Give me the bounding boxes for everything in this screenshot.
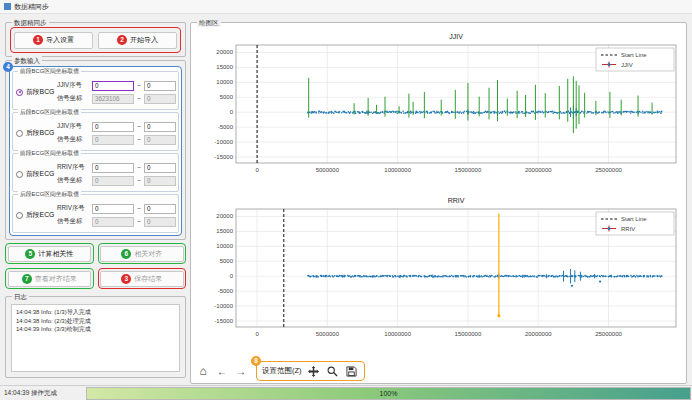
svg-text:RRIV: RRIV bbox=[448, 197, 465, 204]
home-icon[interactable]: ⌂ bbox=[196, 364, 210, 378]
range-start-input[interactable] bbox=[92, 94, 134, 104]
svg-text:Start Line: Start Line bbox=[621, 216, 647, 222]
action-buttons: 5 计算相关性 6 相关对齐 7 查看对齐结果 3 保存结果 bbox=[5, 243, 186, 289]
save-result-button[interactable]: 3 保存结果 bbox=[100, 271, 184, 287]
radio-label: 后段ECG bbox=[26, 210, 54, 220]
action-badge: 6 bbox=[121, 249, 131, 259]
annotation-frame-params: 4 前段BCG区间坐标取值 前段BCG JJIV序号 ~ 信号坐标 ~ 后段BC… bbox=[9, 66, 182, 236]
rriv-chart[interactable]: 0500000010000000150000002000000025000000… bbox=[196, 193, 682, 353]
segment-radio[interactable]: 后段ECG bbox=[16, 210, 57, 220]
svg-text:10000000: 10000000 bbox=[384, 167, 411, 173]
annotation-frame-action: 6 相关对齐 bbox=[98, 243, 187, 264]
plot-panel-label: 绘图区 bbox=[197, 18, 221, 27]
action-badge: 7 bbox=[22, 274, 32, 284]
range-start-input[interactable] bbox=[92, 122, 134, 132]
range-end-input[interactable] bbox=[144, 81, 176, 91]
svg-text:15000000: 15000000 bbox=[455, 331, 482, 337]
log-output[interactable]: 14:04:38 Info: (1/3)导入完成14:04:38 Info: (… bbox=[11, 304, 180, 372]
log-group: 日志 14:04:38 Info: (1/3)导入完成14:04:38 Info… bbox=[5, 296, 186, 378]
svg-text:10000: 10000 bbox=[216, 79, 233, 85]
param-row-label: 信号坐标 bbox=[57, 217, 90, 226]
range-start-input[interactable] bbox=[92, 217, 134, 227]
log-line: 14:04:38 Info: (2/3)处理完成 bbox=[16, 317, 175, 326]
param-row-label: 信号坐标 bbox=[57, 94, 90, 103]
calc-correlation-button[interactable]: 5 计算相关性 bbox=[8, 246, 92, 262]
svg-text:20000: 20000 bbox=[216, 49, 233, 55]
param-section-label: 后段BCG区间坐标取值 bbox=[18, 109, 81, 116]
log-line: 14:04:38 Info: (1/3)导入完成 bbox=[16, 308, 175, 317]
pan-icon[interactable] bbox=[307, 364, 321, 378]
import-settings-button[interactable]: 1 导入设置 bbox=[14, 32, 93, 49]
param-row-label: RRIV序号 bbox=[57, 163, 90, 172]
svg-text:RRIV: RRIV bbox=[621, 226, 635, 232]
param-row: RRIV序号 ~ bbox=[57, 204, 176, 214]
segment-radio[interactable]: 前段BCG bbox=[16, 87, 57, 97]
status-text: 14:04:39 操作完成 bbox=[0, 389, 86, 398]
svg-text:-5000: -5000 bbox=[218, 124, 234, 130]
forward-icon[interactable]: → bbox=[234, 364, 248, 378]
progress-bar: 100% bbox=[86, 387, 691, 400]
badge-8: 8 bbox=[251, 356, 261, 366]
range-end-input[interactable] bbox=[144, 163, 176, 173]
data-sync-group: 数据精同步 1 导入设置 2 开始导入 bbox=[5, 22, 186, 57]
param-row-label: JJIV序号 bbox=[57, 81, 90, 90]
range-end-input[interactable] bbox=[144, 217, 176, 227]
correlation-align-button[interactable]: 6 相关对齐 bbox=[100, 246, 184, 262]
window-titlebar: 数据精同步 bbox=[0, 0, 692, 14]
range-end-input[interactable] bbox=[144, 176, 176, 186]
range-separator: ~ bbox=[136, 123, 142, 130]
set-range-button[interactable]: 设置范围(Z) bbox=[262, 366, 302, 376]
annotation-frame-action: 7 查看对齐结果 bbox=[5, 268, 94, 289]
view-align-result-button[interactable]: 7 查看对齐结果 bbox=[8, 271, 92, 287]
app-icon bbox=[4, 3, 11, 10]
svg-text:15000: 15000 bbox=[216, 228, 233, 234]
svg-text:20000000: 20000000 bbox=[525, 167, 552, 173]
param-row: JJIV序号 ~ bbox=[57, 81, 176, 91]
back-icon[interactable]: ← bbox=[215, 364, 229, 378]
svg-text:-10000: -10000 bbox=[214, 139, 233, 145]
range-end-input[interactable] bbox=[144, 204, 176, 214]
svg-text:0: 0 bbox=[255, 331, 259, 337]
range-start-input[interactable] bbox=[92, 81, 134, 91]
data-sync-group-label: 数据精同步 bbox=[12, 18, 49, 27]
radio-icon[interactable] bbox=[16, 171, 23, 178]
action-label: 相关对齐 bbox=[134, 249, 162, 259]
log-line: 14:04:39 Info: (3/3)绘制完成 bbox=[16, 325, 175, 334]
range-start-input[interactable] bbox=[92, 176, 134, 186]
svg-text:25000000: 25000000 bbox=[595, 331, 622, 337]
radio-label: 后段BCG bbox=[26, 128, 54, 138]
save-icon[interactable] bbox=[345, 364, 359, 378]
range-start-input[interactable] bbox=[92, 135, 134, 145]
range-end-input[interactable] bbox=[144, 122, 176, 132]
radio-icon[interactable] bbox=[16, 89, 23, 96]
param-section: 前段ECG区间坐标取值 前段ECG RRIV序号 ~ 信号坐标 ~ bbox=[12, 153, 179, 192]
segment-radio[interactable]: 后段BCG bbox=[16, 128, 57, 138]
param-section-label: 后段ECG区间坐标取值 bbox=[18, 191, 81, 198]
badge-4: 4 bbox=[3, 62, 13, 72]
param-section: 后段BCG区间坐标取值 后段BCG JJIV序号 ~ 信号坐标 ~ bbox=[12, 112, 179, 151]
range-end-input[interactable] bbox=[144, 94, 176, 104]
app-window: 数据精同步 数据精同步 1 导入设置 2 开始导入 参数输入 4 前段BCG区间… bbox=[0, 0, 692, 400]
radio-icon[interactable] bbox=[16, 130, 23, 137]
radio-icon[interactable] bbox=[16, 212, 23, 219]
range-separator: ~ bbox=[136, 95, 142, 102]
range-start-input[interactable] bbox=[92, 204, 134, 214]
svg-text:5000000: 5000000 bbox=[316, 167, 340, 173]
jjiv-chart[interactable]: 0500000010000000150000002000000025000000… bbox=[196, 29, 682, 189]
annotation-frame-toolbar: 8 设置范围(Z) bbox=[256, 361, 365, 381]
svg-text:-15000: -15000 bbox=[214, 318, 233, 324]
param-row: 信号坐标 ~ bbox=[57, 217, 176, 227]
param-row: 信号坐标 ~ bbox=[57, 135, 176, 145]
zoom-icon[interactable] bbox=[326, 364, 340, 378]
plot-panel: 绘图区 050000001000000015000000200000002500… bbox=[190, 22, 687, 384]
params-group: 参数输入 4 前段BCG区间坐标取值 前段BCG JJIV序号 ~ 信号坐标 ~… bbox=[5, 60, 186, 240]
svg-text:-10000: -10000 bbox=[214, 303, 233, 309]
param-row-label: 信号坐标 bbox=[57, 176, 90, 185]
range-start-input[interactable] bbox=[92, 163, 134, 173]
svg-text:JJIV: JJIV bbox=[449, 33, 463, 40]
svg-text:0: 0 bbox=[255, 167, 259, 173]
range-separator: ~ bbox=[136, 136, 142, 143]
range-end-input[interactable] bbox=[144, 135, 176, 145]
start-import-button[interactable]: 2 开始导入 bbox=[98, 32, 177, 49]
segment-radio[interactable]: 前段ECG bbox=[16, 169, 57, 179]
